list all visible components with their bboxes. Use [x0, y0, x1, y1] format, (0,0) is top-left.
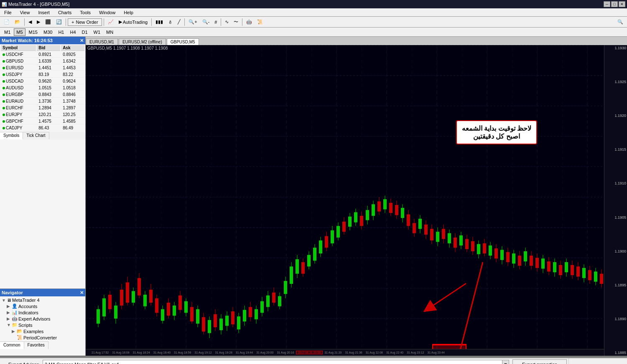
market-watch-row[interactable]: USDJPY 83.19 83.22 — [1, 72, 84, 78]
auto-trading-button[interactable]: ▶ AutoTrading — [117, 18, 150, 27]
tab-favorites[interactable]: Favorites — [24, 341, 48, 349]
svg-rect-160 — [500, 250, 504, 260]
mw-symbol-cell: GBPCHF — [1, 119, 36, 124]
menu-insert[interactable]: Insert — [36, 9, 52, 16]
mw-symbol-name: USDCAD — [6, 79, 23, 83]
nav-period-converter[interactable]: 📜 PeriodConverter — [11, 334, 84, 341]
nav-indicators[interactable]: ▶ 📊 Indicators — [6, 309, 84, 316]
period-m30[interactable]: M30 — [41, 28, 55, 36]
period-m5[interactable]: M5 — [14, 28, 25, 36]
maximize-button[interactable]: □ — [611, 1, 618, 7]
market-watch-close[interactable]: ✕ — [80, 38, 84, 43]
grid-button[interactable]: # — [212, 18, 219, 27]
expert-button[interactable]: 🤖 — [244, 18, 254, 27]
tab-common[interactable]: Common — [0, 341, 24, 349]
price-1890: 1.1890 — [605, 317, 626, 321]
market-watch-time: 16:24:53 — [34, 38, 53, 43]
svg-rect-69 — [237, 316, 240, 329]
market-watch-row[interactable]: GBPCHF 1.4575 1.4585 — [1, 119, 84, 124]
market-watch-row[interactable]: EURAUD 1.3736 1.3748 — [1, 99, 84, 104]
menu-charts[interactable]: Charts — [56, 9, 74, 16]
expert-properties-button[interactable]: Expert properties — [512, 359, 567, 364]
line-chart-button[interactable]: ╱ — [176, 18, 183, 27]
period-w1[interactable]: W1 — [91, 28, 103, 36]
market-watch-row[interactable]: USDCHF 0.8921 0.8925 — [1, 52, 84, 58]
mw-symbol-name: EURJPY — [6, 112, 22, 117]
nav-expand-icon: ▼ — [2, 298, 6, 303]
nav-scripts[interactable]: ▼ 📁 Scripts — [6, 322, 84, 328]
market-watch-row[interactable]: CADJPY 86.43 86.49 — [1, 125, 84, 131]
svg-rect-59 — [208, 320, 211, 333]
market-watch-row[interactable]: EURUSD 1.4451 1.4453 — [1, 65, 84, 71]
back-button[interactable]: ◀ — [26, 18, 34, 27]
menu-help[interactable]: Help — [121, 9, 136, 16]
nav-examples-icon: 📂 — [17, 329, 23, 334]
nav-examples-expand: ▶ — [12, 329, 16, 334]
chart-tab-eurusd-m1[interactable]: EURUSD,M1 — [86, 38, 118, 45]
time-axis: 21 Aug 17:52 31 Aug 18:08 31 Aug 18:24 3… — [86, 349, 604, 356]
ea-input[interactable] — [43, 360, 502, 364]
bar-chart-button[interactable]: ▮▮▮ — [153, 18, 165, 27]
market-watch-row[interactable]: USDCAD 0.9620 0.9624 — [1, 78, 84, 84]
symbol-dot — [3, 73, 5, 76]
svg-rect-184 — [571, 265, 574, 275]
tab-symbols[interactable]: Symbols — [0, 132, 23, 139]
period-h1[interactable]: H1 — [56, 28, 66, 36]
period-h4[interactable]: H4 — [67, 28, 78, 36]
nav-metatrader4[interactable]: ▼ 🖥 MetaTrader 4 — [1, 297, 84, 303]
close-button[interactable]: ✕ — [619, 1, 625, 7]
chart-tab-gbpusd-m5[interactable]: GBPUSD,M5 — [167, 38, 199, 45]
oscillator-button[interactable]: 〜 — [232, 18, 240, 27]
svg-line-197 — [428, 283, 466, 308]
title-bar-left: 📊 MetaTrader 4 - [GBPUSD,M5] — [2, 2, 69, 7]
svg-rect-111 — [360, 216, 363, 226]
navigator-close[interactable]: ✕ — [80, 290, 84, 296]
time-label-1: 21 Aug 17:52 — [90, 351, 110, 354]
svg-rect-83 — [278, 296, 281, 306]
svg-rect-87 — [290, 266, 293, 284]
period-m1[interactable]: M1 — [2, 28, 13, 36]
mw-ask-cell: 1.2897 — [61, 105, 84, 111]
period-m15[interactable]: M15 — [26, 28, 40, 36]
market-watch-row[interactable]: EURCHF 1.2894 1.2897 — [1, 105, 84, 111]
candle-button[interactable]: 🕯 — [166, 18, 175, 27]
stop-button[interactable]: ⬛ — [43, 18, 53, 27]
ea-dropdown-arrow[interactable]: ▼ — [502, 360, 509, 364]
open-button[interactable]: 📂 — [13, 18, 23, 27]
svg-rect-35 — [138, 278, 141, 296]
svg-rect-144 — [454, 238, 457, 248]
new-order-button[interactable]: + New Order — [68, 18, 102, 26]
script-button[interactable]: 📜 — [255, 18, 265, 27]
svg-rect-41 — [155, 298, 158, 313]
menu-window[interactable]: Window — [97, 9, 118, 16]
market-watch-row[interactable]: EURJPY 120.21 120.25 — [1, 112, 84, 118]
refresh-button[interactable]: 🔄 — [54, 18, 64, 27]
mw-symbol-cell: EURJPY — [1, 112, 36, 118]
minimize-button[interactable]: ─ — [604, 1, 610, 7]
chart-mode-button[interactable]: 📈 — [106, 18, 116, 27]
menu-view[interactable]: View — [18, 9, 33, 16]
svg-rect-156 — [489, 245, 492, 255]
zoom-out-button[interactable]: 🔍- — [200, 18, 212, 27]
chart-tab-eurusd-m2[interactable]: EURUSD,M2 (offline) — [119, 38, 166, 45]
new-order-label: New Order — [76, 20, 98, 25]
period-d1[interactable]: D1 — [79, 28, 90, 36]
zoom-in-button[interactable]: 🔍+ — [186, 18, 199, 27]
indicators-button[interactable]: ∿ — [223, 18, 231, 27]
svg-rect-119 — [383, 199, 387, 209]
forward-button[interactable]: ▶ — [35, 18, 42, 27]
svg-rect-101 — [331, 230, 334, 243]
menu-file[interactable]: File — [2, 9, 14, 16]
menu-tools[interactable]: Tools — [77, 9, 93, 16]
market-watch-row[interactable]: GBPUSD 1.6339 1.6342 — [1, 58, 84, 64]
svg-rect-73 — [249, 307, 252, 317]
search-button[interactable]: 🔍 — [615, 18, 625, 27]
period-mn[interactable]: MN — [104, 28, 116, 36]
tab-tick-chart[interactable]: Tick Chart — [23, 132, 49, 139]
new-file-button[interactable]: 📄 — [2, 18, 12, 27]
nav-accounts[interactable]: ▶ 👤 Accounts — [6, 303, 84, 309]
nav-examples[interactable]: ▶ 📂 Examples — [11, 328, 84, 334]
market-watch-row[interactable]: AUDUSD 1.0515 1.0518 — [1, 85, 84, 91]
nav-expert-advisors[interactable]: ▶ 🤖 Expert Advisors — [6, 316, 84, 322]
market-watch-row[interactable]: EURGBP 0.8843 0.8846 — [1, 92, 84, 98]
